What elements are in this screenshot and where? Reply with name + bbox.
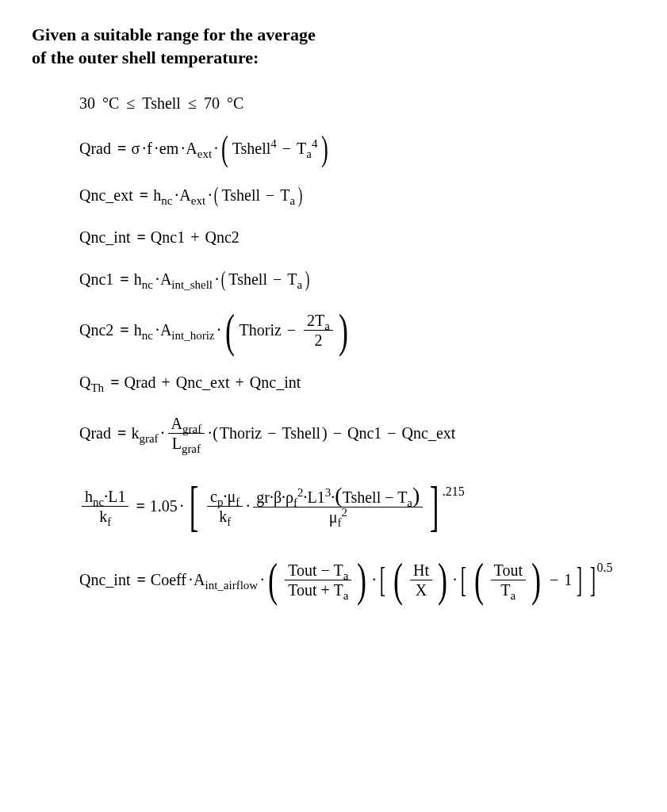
eq-qnc-int-sum: Qnc_int = Qnc1 + Qnc2	[79, 227, 643, 247]
qnc-ext: Qnc_ext	[402, 424, 456, 442]
qnc2: Qnc2	[205, 228, 239, 247]
tshell: Tshell	[228, 270, 267, 289]
frac-tout-ta: Tout − Ta Tout + Ta	[285, 561, 351, 599]
lhs: Qrad	[79, 424, 111, 442]
a-ext2: Aext	[179, 186, 205, 205]
frac-ht-x: Ht X	[410, 561, 432, 599]
kgraf: kgraf	[131, 424, 158, 442]
eq-range: 30 °C ≤ Tshell ≤ 70 °C	[79, 93, 643, 113]
frac-grashof: gr·β·ρf2·L13·(Tshell − Ta) μf2	[253, 487, 423, 527]
ta: Ta	[287, 270, 302, 289]
heading-line-2: of the outer shell temperature:	[32, 48, 259, 67]
op-le2: ≤	[188, 94, 197, 113]
lhs: Qnc_int	[79, 228, 130, 247]
frac-agraf-lgraf: Agraf Lgraf	[168, 414, 205, 453]
eq-qnc2: Qnc2 = hnc · Aint_horiz · ( Thoriz − 2Ta…	[79, 311, 643, 350]
coef: 1.05	[150, 497, 178, 515]
eq-qrad-kgraf: Qrad = kgraf · Agraf Lgraf · ( Thoriz − …	[79, 414, 643, 453]
exponent: 0.5	[597, 561, 613, 575]
tshell: Tshell	[282, 424, 320, 442]
unit-high: °C	[227, 94, 243, 113]
lbracket-icon: [	[190, 485, 199, 529]
a-int-shell: Aint_shell	[160, 270, 213, 289]
lhs: Qnc2	[79, 321, 113, 339]
a-ext: Aext	[186, 140, 212, 158]
sym-sigma: σ	[131, 140, 140, 158]
t3: Qnc_int	[250, 373, 301, 392]
lhs-qrad: Qrad	[79, 140, 111, 158]
eq-qnc1: Qnc1 = hnc · Aint_shell · ( Tshell − Ta …	[79, 269, 643, 289]
eq-nusselt: hnc·L1 kf = 1.05 · [ cp·μf kf · gr·β·ρf2…	[79, 485, 643, 529]
eq-qth: QTh = Qrad + Qnc_ext + Qnc_int	[79, 372, 643, 392]
sym-f: f	[147, 140, 152, 158]
frac-cp-kf: cp·μf kf	[207, 487, 243, 526]
hnc: hnc	[134, 321, 153, 339]
rparen-icon: )	[321, 135, 328, 163]
const-one: 1	[564, 571, 572, 589]
frac-tout-ta2: Tout Ta	[491, 561, 526, 599]
var-tshell: Tshell	[142, 94, 181, 113]
lhs-qnc-ext: Qnc_ext	[79, 186, 133, 205]
rbracket-icon: ]	[430, 485, 439, 529]
ta: Ta	[280, 186, 295, 205]
qnc1: Qnc1	[347, 424, 381, 442]
lparen-icon: (	[221, 135, 228, 163]
tshell: Tshell	[221, 186, 260, 205]
t2: Qnc_ext	[176, 373, 230, 392]
val-low: 30	[79, 94, 95, 113]
hnc: hnc	[134, 270, 153, 289]
thoriz: Thoriz	[220, 424, 262, 442]
unit-low: °C	[102, 94, 119, 113]
val-high: 70	[204, 94, 220, 113]
eq-qnc-ext: Qnc_ext = hnc · Aext · ( Tshell − Ta )	[79, 185, 643, 205]
eq-qnc-int-coeff: Qnc_int = Coeff · Aint_airflow · ( Tout …	[79, 561, 643, 599]
tshell4: Tshell4	[232, 140, 277, 158]
frac-lhs: hnc·L1 kf	[82, 487, 128, 526]
coeff: Coeff	[151, 571, 186, 589]
ta4: Ta4	[297, 140, 317, 158]
lhs: Qnc1	[79, 270, 113, 289]
a-int-horiz: Aint_horiz	[160, 321, 215, 339]
eq-qrad: Qrad = σ · f · em · Aext · ( Tshell4 − T…	[79, 135, 643, 163]
hnc: hnc	[153, 186, 172, 205]
frac-2ta-2: 2Ta 2	[304, 311, 333, 350]
heading-line-1: Given a suitable range for the average	[32, 25, 316, 44]
op-le1: ≤	[126, 94, 135, 113]
equals-icon: =	[117, 140, 126, 158]
lhs: Qnc_int	[79, 571, 130, 589]
qnc1: Qnc1	[151, 228, 185, 247]
equations-block: 30 °C ≤ Tshell ≤ 70 °C Qrad = σ · f · em…	[79, 93, 643, 599]
lhs: QTh	[79, 373, 104, 392]
a-int-airflow: Aint_airflow	[194, 571, 258, 589]
t1: Qrad	[125, 373, 156, 392]
section-heading: Given a suitable range for the average o…	[32, 24, 643, 69]
exponent: .215	[443, 485, 465, 499]
thoriz: Thoriz	[240, 321, 282, 339]
sym-em: em	[159, 140, 178, 158]
